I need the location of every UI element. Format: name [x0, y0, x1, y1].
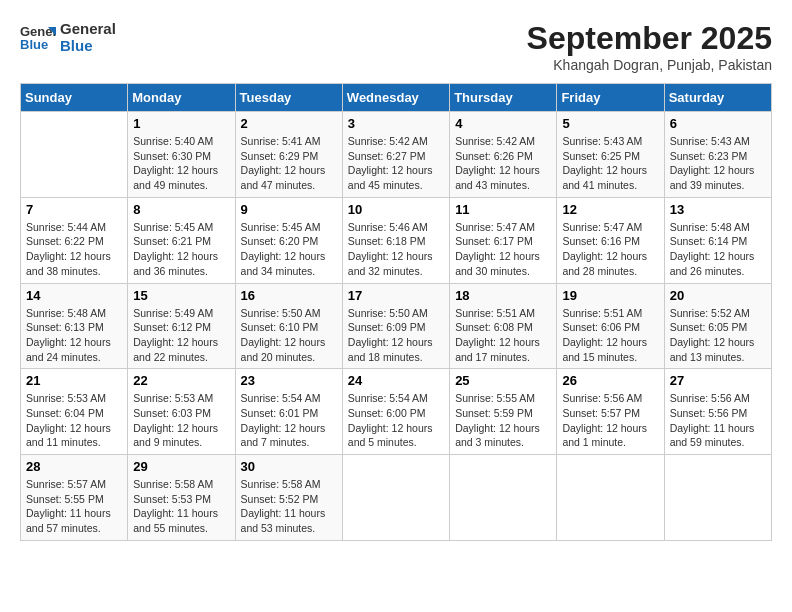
- logo-icon: General Blue: [20, 22, 56, 52]
- calendar-cell: 7Sunrise: 5:44 AMSunset: 6:22 PMDaylight…: [21, 197, 128, 283]
- calendar-cell: [342, 455, 449, 541]
- calendar-cell: 26Sunrise: 5:56 AMSunset: 5:57 PMDayligh…: [557, 369, 664, 455]
- day-info: Sunrise: 5:44 AMSunset: 6:22 PMDaylight:…: [26, 220, 122, 279]
- day-info: Sunrise: 5:45 AMSunset: 6:20 PMDaylight:…: [241, 220, 337, 279]
- day-number: 21: [26, 373, 122, 388]
- calendar-cell: 16Sunrise: 5:50 AMSunset: 6:10 PMDayligh…: [235, 283, 342, 369]
- day-info: Sunrise: 5:45 AMSunset: 6:21 PMDaylight:…: [133, 220, 229, 279]
- weekday-header-friday: Friday: [557, 84, 664, 112]
- calendar-cell: 2Sunrise: 5:41 AMSunset: 6:29 PMDaylight…: [235, 112, 342, 198]
- weekday-header-tuesday: Tuesday: [235, 84, 342, 112]
- day-number: 23: [241, 373, 337, 388]
- day-info: Sunrise: 5:51 AMSunset: 6:08 PMDaylight:…: [455, 306, 551, 365]
- calendar-cell: 28Sunrise: 5:57 AMSunset: 5:55 PMDayligh…: [21, 455, 128, 541]
- calendar-cell: 15Sunrise: 5:49 AMSunset: 6:12 PMDayligh…: [128, 283, 235, 369]
- calendar-cell: 30Sunrise: 5:58 AMSunset: 5:52 PMDayligh…: [235, 455, 342, 541]
- day-info: Sunrise: 5:57 AMSunset: 5:55 PMDaylight:…: [26, 477, 122, 536]
- day-number: 1: [133, 116, 229, 131]
- calendar-cell: [664, 455, 771, 541]
- calendar-cell: 4Sunrise: 5:42 AMSunset: 6:26 PMDaylight…: [450, 112, 557, 198]
- calendar-cell: 10Sunrise: 5:46 AMSunset: 6:18 PMDayligh…: [342, 197, 449, 283]
- day-number: 29: [133, 459, 229, 474]
- calendar-cell: 29Sunrise: 5:58 AMSunset: 5:53 PMDayligh…: [128, 455, 235, 541]
- calendar-cell: 8Sunrise: 5:45 AMSunset: 6:21 PMDaylight…: [128, 197, 235, 283]
- weekday-header-wednesday: Wednesday: [342, 84, 449, 112]
- calendar-cell: 11Sunrise: 5:47 AMSunset: 6:17 PMDayligh…: [450, 197, 557, 283]
- day-number: 22: [133, 373, 229, 388]
- day-info: Sunrise: 5:56 AMSunset: 5:56 PMDaylight:…: [670, 391, 766, 450]
- day-number: 25: [455, 373, 551, 388]
- day-number: 27: [670, 373, 766, 388]
- day-number: 13: [670, 202, 766, 217]
- day-number: 6: [670, 116, 766, 131]
- day-number: 28: [26, 459, 122, 474]
- day-number: 26: [562, 373, 658, 388]
- day-number: 11: [455, 202, 551, 217]
- day-number: 18: [455, 288, 551, 303]
- day-info: Sunrise: 5:47 AMSunset: 6:16 PMDaylight:…: [562, 220, 658, 279]
- day-number: 24: [348, 373, 444, 388]
- day-info: Sunrise: 5:48 AMSunset: 6:14 PMDaylight:…: [670, 220, 766, 279]
- calendar-cell: 18Sunrise: 5:51 AMSunset: 6:08 PMDayligh…: [450, 283, 557, 369]
- calendar-cell: 14Sunrise: 5:48 AMSunset: 6:13 PMDayligh…: [21, 283, 128, 369]
- day-number: 16: [241, 288, 337, 303]
- calendar-cell: 27Sunrise: 5:56 AMSunset: 5:56 PMDayligh…: [664, 369, 771, 455]
- calendar-cell: [21, 112, 128, 198]
- day-info: Sunrise: 5:51 AMSunset: 6:06 PMDaylight:…: [562, 306, 658, 365]
- day-number: 7: [26, 202, 122, 217]
- day-info: Sunrise: 5:55 AMSunset: 5:59 PMDaylight:…: [455, 391, 551, 450]
- day-info: Sunrise: 5:53 AMSunset: 6:03 PMDaylight:…: [133, 391, 229, 450]
- day-info: Sunrise: 5:50 AMSunset: 6:09 PMDaylight:…: [348, 306, 444, 365]
- day-number: 14: [26, 288, 122, 303]
- day-info: Sunrise: 5:58 AMSunset: 5:53 PMDaylight:…: [133, 477, 229, 536]
- day-number: 19: [562, 288, 658, 303]
- day-number: 20: [670, 288, 766, 303]
- calendar-cell: [557, 455, 664, 541]
- calendar-cell: 19Sunrise: 5:51 AMSunset: 6:06 PMDayligh…: [557, 283, 664, 369]
- calendar-cell: 20Sunrise: 5:52 AMSunset: 6:05 PMDayligh…: [664, 283, 771, 369]
- page-header: General Blue General Blue September 2025…: [20, 20, 772, 73]
- day-number: 17: [348, 288, 444, 303]
- weekday-header-monday: Monday: [128, 84, 235, 112]
- calendar-cell: 21Sunrise: 5:53 AMSunset: 6:04 PMDayligh…: [21, 369, 128, 455]
- location-subtitle: Khangah Dogran, Punjab, Pakistan: [527, 57, 772, 73]
- calendar-cell: 3Sunrise: 5:42 AMSunset: 6:27 PMDaylight…: [342, 112, 449, 198]
- weekday-header-row: SundayMondayTuesdayWednesdayThursdayFrid…: [21, 84, 772, 112]
- calendar-cell: 1Sunrise: 5:40 AMSunset: 6:30 PMDaylight…: [128, 112, 235, 198]
- day-info: Sunrise: 5:54 AMSunset: 6:00 PMDaylight:…: [348, 391, 444, 450]
- day-info: Sunrise: 5:49 AMSunset: 6:12 PMDaylight:…: [133, 306, 229, 365]
- day-info: Sunrise: 5:47 AMSunset: 6:17 PMDaylight:…: [455, 220, 551, 279]
- weekday-header-thursday: Thursday: [450, 84, 557, 112]
- logo-blue: Blue: [60, 37, 116, 54]
- day-number: 30: [241, 459, 337, 474]
- day-info: Sunrise: 5:58 AMSunset: 5:52 PMDaylight:…: [241, 477, 337, 536]
- calendar-cell: 17Sunrise: 5:50 AMSunset: 6:09 PMDayligh…: [342, 283, 449, 369]
- day-number: 10: [348, 202, 444, 217]
- calendar-week-row: 1Sunrise: 5:40 AMSunset: 6:30 PMDaylight…: [21, 112, 772, 198]
- calendar-week-row: 7Sunrise: 5:44 AMSunset: 6:22 PMDaylight…: [21, 197, 772, 283]
- calendar-table: SundayMondayTuesdayWednesdayThursdayFrid…: [20, 83, 772, 541]
- day-number: 12: [562, 202, 658, 217]
- calendar-cell: [450, 455, 557, 541]
- day-info: Sunrise: 5:53 AMSunset: 6:04 PMDaylight:…: [26, 391, 122, 450]
- calendar-cell: 25Sunrise: 5:55 AMSunset: 5:59 PMDayligh…: [450, 369, 557, 455]
- day-info: Sunrise: 5:43 AMSunset: 6:25 PMDaylight:…: [562, 134, 658, 193]
- day-info: Sunrise: 5:40 AMSunset: 6:30 PMDaylight:…: [133, 134, 229, 193]
- weekday-header-sunday: Sunday: [21, 84, 128, 112]
- calendar-week-row: 28Sunrise: 5:57 AMSunset: 5:55 PMDayligh…: [21, 455, 772, 541]
- svg-text:Blue: Blue: [20, 37, 48, 52]
- day-number: 4: [455, 116, 551, 131]
- day-number: 5: [562, 116, 658, 131]
- calendar-week-row: 21Sunrise: 5:53 AMSunset: 6:04 PMDayligh…: [21, 369, 772, 455]
- day-number: 9: [241, 202, 337, 217]
- day-info: Sunrise: 5:50 AMSunset: 6:10 PMDaylight:…: [241, 306, 337, 365]
- logo-general: General: [60, 20, 116, 37]
- calendar-cell: 24Sunrise: 5:54 AMSunset: 6:00 PMDayligh…: [342, 369, 449, 455]
- day-info: Sunrise: 5:43 AMSunset: 6:23 PMDaylight:…: [670, 134, 766, 193]
- day-number: 15: [133, 288, 229, 303]
- day-number: 3: [348, 116, 444, 131]
- calendar-week-row: 14Sunrise: 5:48 AMSunset: 6:13 PMDayligh…: [21, 283, 772, 369]
- day-info: Sunrise: 5:56 AMSunset: 5:57 PMDaylight:…: [562, 391, 658, 450]
- day-number: 8: [133, 202, 229, 217]
- calendar-cell: 13Sunrise: 5:48 AMSunset: 6:14 PMDayligh…: [664, 197, 771, 283]
